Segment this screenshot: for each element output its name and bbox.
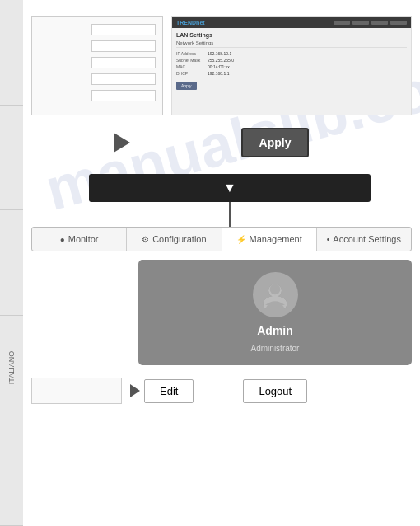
form-row-5 (39, 90, 156, 101)
section-admin: Admin Administrator (138, 260, 412, 365)
edit-input-field[interactable] (31, 378, 122, 404)
router-field-mac: MAC 00:14:D1:xx (176, 64, 407, 69)
router-dot-2 (352, 21, 369, 25)
router-subnet-value: 255.255.255.0 (208, 58, 234, 63)
router-subtitle: Network Settings (176, 40, 407, 48)
main-content: manualslib.com (23, 0, 420, 526)
router-field-ip: IP Address 192.168.10.1 (176, 51, 407, 56)
nav-item-management[interactable]: ⚡ Management (222, 228, 317, 251)
nav-item-account-settings[interactable]: • Account Settings (317, 228, 411, 251)
router-ip-label: IP Address (176, 51, 205, 56)
account-settings-icon: • (327, 235, 330, 244)
router-dhcp-label: DHCP (176, 71, 205, 76)
router-field-subnet: Subnet Mask 255.255.255.0 (176, 58, 407, 63)
italiano-label: ITALIANO (7, 351, 16, 384)
edit-button[interactable]: Edit (144, 379, 194, 403)
dropdown-line (229, 202, 231, 227)
form-input-4[interactable] (91, 73, 156, 85)
router-mac-label: MAC (176, 64, 205, 69)
configuration-icon: ⚙ (142, 235, 149, 244)
admin-role: Administrator (251, 344, 300, 353)
form-input-2[interactable] (91, 40, 156, 52)
router-dot-4 (390, 21, 407, 25)
nav-label-management: Management (250, 234, 302, 244)
router-ip-value: 192.168.10.1 (208, 51, 231, 56)
edit-arrow-icon (130, 384, 140, 397)
form-row-3 (39, 57, 156, 68)
form-row-2 (39, 40, 156, 52)
nav-item-configuration[interactable]: ⚙ Configuration (127, 228, 222, 251)
form-input-1[interactable] (91, 24, 156, 35)
router-body: LAN Settings Network Settings IP Address… (172, 28, 411, 94)
router-logo: TRENDnet (176, 20, 205, 26)
router-subnet-label: Subnet Mask (176, 58, 205, 63)
section-dropdown: ▼ (89, 174, 371, 202)
nav-label-account-settings: Account Settings (333, 234, 401, 244)
apply-button[interactable]: Apply (241, 128, 310, 157)
router-header: TRENDnet (172, 17, 411, 28)
router-mac-value: 00:14:D1:xx (208, 64, 230, 69)
form-panel (31, 16, 163, 115)
sidebar-section-1 (0, 0, 23, 106)
nav-label-configuration: Configuration (152, 234, 206, 244)
svg-point-4 (270, 284, 281, 294)
form-input-3[interactable] (91, 57, 156, 68)
form-input-5[interactable] (91, 90, 156, 101)
section-lan: TRENDnet LAN Settings Network Settings I… (23, 0, 420, 124)
router-apply-button[interactable]: Apply (176, 82, 197, 90)
router-field-dhcp: DHCP 192.168.1.1 (176, 71, 407, 76)
apply-section: Apply (130, 128, 420, 157)
router-dhcp-value: 192.168.1.1 (208, 71, 229, 76)
form-row-1 (39, 24, 156, 35)
router-title: LAN Settings (176, 32, 407, 38)
router-screenshot: TRENDnet LAN Settings Network Settings I… (171, 16, 412, 115)
router-dot-3 (371, 21, 388, 25)
router-nav-dots (334, 21, 407, 25)
logout-button[interactable]: Logout (243, 379, 307, 403)
section-nav: ● Monitor ⚙ Configuration ⚡ Management •… (31, 227, 412, 251)
sidebar-section-3 (0, 210, 23, 316)
user-icon (259, 279, 292, 312)
router-dot-1 (334, 21, 350, 25)
dropdown-bar[interactable]: ▼ (89, 174, 371, 202)
sidebar-section-italiano: ITALIANO (0, 316, 23, 421)
admin-avatar (253, 272, 298, 317)
apply-arrow-icon (114, 133, 130, 153)
nav-label-monitor: Monitor (68, 234, 99, 244)
sidebar-section-5 (0, 420, 23, 526)
dropdown-arrow-icon: ▼ (223, 181, 236, 195)
admin-name: Admin (257, 324, 293, 337)
sidebar: ITALIANO (0, 0, 23, 526)
section-buttons: Edit Logout (31, 378, 412, 404)
monitor-icon: ● (60, 235, 65, 244)
nav-item-monitor[interactable]: ● Monitor (32, 228, 127, 251)
management-icon: ⚡ (236, 235, 246, 244)
sidebar-section-2 (0, 106, 23, 211)
form-row-4 (39, 73, 156, 85)
